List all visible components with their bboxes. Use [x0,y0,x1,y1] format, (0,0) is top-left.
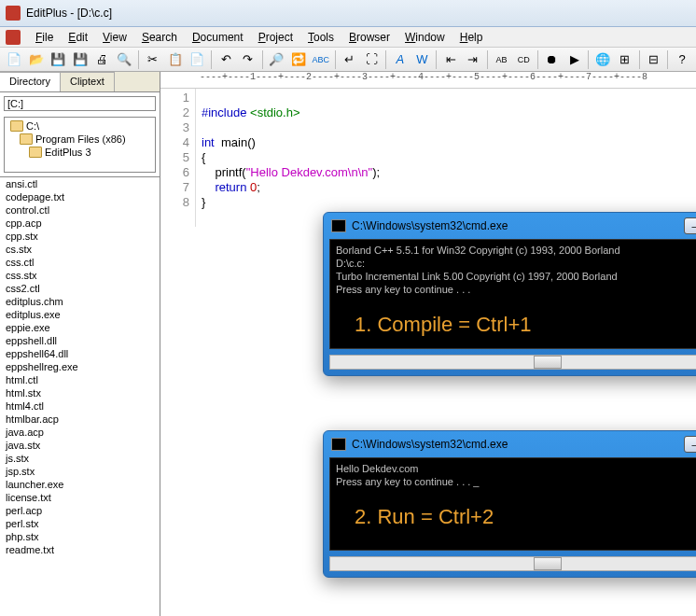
print-icon[interactable]: 🖨 [92,49,113,70]
file-item[interactable]: perl.stx [0,517,160,530]
spell-icon[interactable]: ABC [311,49,331,70]
cmd-window-run[interactable]: C:\Windows\system32\cmd.exe — ☐ ✕ Hello … [323,430,696,578]
minimize-button[interactable]: — [684,217,696,234]
file-item[interactable]: java.stx [0,439,160,452]
preview-icon[interactable]: 🔍 [114,49,134,70]
separator [639,50,640,69]
separator [537,50,538,69]
file-item[interactable]: control.ctl [0,203,160,217]
open-file-icon[interactable]: 📂 [26,49,47,70]
file-item[interactable]: cpp.acp [0,217,160,230]
replace-icon[interactable]: 🔁 [288,49,309,70]
file-item[interactable]: php.stx [0,530,160,543]
menu-help[interactable]: Help [452,29,491,46]
file-list[interactable]: ansi.ctlcodepage.txtcontrol.ctlcpp.acpcp… [0,176,160,616]
font-icon[interactable]: A [390,49,411,70]
menu-tools[interactable]: Tools [300,29,341,46]
menu-file[interactable]: File [28,29,61,46]
code-area[interactable]: 12345678 #include <stdio.h> int main() {… [160,89,696,227]
file-item[interactable]: html.ctl [0,373,160,386]
copy-icon[interactable]: 📋 [165,49,186,70]
find-icon[interactable]: 🔎 [267,49,287,70]
indent-left-icon[interactable]: ⇤ [440,49,461,70]
code-token: <stdio.h> [246,105,299,119]
separator [487,50,488,69]
cmd-output: Borland C++ 5.5.1 for Win32 Copyright (c… [329,239,696,349]
save-all-icon[interactable]: 💾 [70,49,90,70]
file-item[interactable]: eppshellreg.exe [0,360,160,373]
wrap-icon[interactable]: ↵ [340,49,360,70]
file-item[interactable]: css.ctl [0,256,160,269]
file-item[interactable]: launcher.exe [0,478,160,491]
column-icon[interactable]: CD [513,49,534,70]
folder-label: EditPlus 3 [45,147,91,158]
folder-node[interactable]: Program Files (x86) [7,133,153,146]
tab-directory[interactable]: Directory [0,72,61,91]
menu-edit[interactable]: Edit [61,29,95,46]
tile-icon[interactable]: ⊟ [644,49,664,70]
indent-right-icon[interactable]: ⇥ [463,49,483,70]
file-item[interactable]: eppshell.dll [0,334,160,347]
scrollbar-thumb[interactable] [534,356,562,369]
file-item[interactable]: cpp.stx [0,230,160,243]
cut-icon[interactable]: ✂ [143,49,163,70]
menu-browser[interactable]: Browser [341,29,397,46]
redo-icon[interactable]: ↷ [238,49,258,70]
file-item[interactable]: js.stx [0,452,160,465]
undo-icon[interactable]: ↶ [216,49,236,70]
folder-node[interactable]: C:\ [7,119,153,133]
file-item[interactable]: license.txt [0,491,160,504]
cmd-scrollbar[interactable] [329,355,696,370]
word-icon[interactable]: W [412,49,433,70]
cmd-line: D:\c.c: [336,257,696,270]
play-icon[interactable]: ▶ [564,49,585,70]
file-item[interactable]: java.acp [0,426,160,439]
cmd-icon [331,219,346,232]
file-item[interactable]: css.stx [0,269,160,282]
menu-search[interactable]: Search [134,29,185,46]
menu-project[interactable]: Project [251,29,300,46]
window-title: EditPlus - [D:\c.c] [26,7,112,20]
code-content[interactable]: #include <stdio.h> int main() { printf("… [196,89,385,227]
fullscreen-icon[interactable]: ⛶ [361,49,382,70]
cmd-titlebar[interactable]: C:\Windows\system32\cmd.exe — ☐ ✕ [324,213,696,239]
file-item[interactable]: htmlbar.acp [0,413,160,426]
file-item[interactable]: ansi.ctl [0,177,160,190]
file-item[interactable]: editplus.chm [0,295,160,308]
drive-selector[interactable]: [C:] [4,96,156,111]
file-item[interactable]: cs.stx [0,243,160,256]
cmd-titlebar[interactable]: C:\Windows\system32\cmd.exe — ☐ ✕ [324,431,696,457]
help-icon[interactable]: ? [672,49,692,70]
cmd-scrollbar[interactable] [329,556,696,571]
file-item[interactable]: html.stx [0,386,160,399]
file-item[interactable]: editplus.exe [0,308,160,321]
file-item[interactable]: eppshell64.dll [0,347,160,360]
minimize-button[interactable]: — [684,436,696,453]
record-icon[interactable]: ⏺ [542,49,563,70]
file-item[interactable]: codepage.txt [0,190,160,203]
scrollbar-thumb[interactable] [534,557,562,570]
file-item[interactable]: jsp.stx [0,465,160,478]
menu-window[interactable]: Window [397,29,452,46]
file-item[interactable]: eppie.exe [0,321,160,334]
file-item[interactable]: readme.txt [0,543,160,556]
menu-document[interactable]: Document [185,29,251,46]
sort-icon[interactable]: AB [492,49,512,70]
window-icon[interactable]: ⊞ [615,49,635,70]
menu-view[interactable]: View [95,29,134,46]
file-item[interactable]: css2.ctl [0,282,160,295]
folder-node[interactable]: EditPlus 3 [7,146,153,159]
file-item[interactable]: html4.ctl [0,399,160,413]
save-icon[interactable]: 💾 [48,49,68,70]
browser-icon[interactable]: 🌐 [592,49,613,70]
separator [436,50,437,69]
code-token: { [202,150,205,164]
toolbar: 📄 📂 💾 💾 🖨 🔍 ✂ 📋 📄 ↶ ↷ 🔎 🔁 ABC ↵ ⛶ A W ⇤ … [0,48,696,72]
tab-cliptext[interactable]: Cliptext [61,72,115,91]
cmd-window-compile[interactable]: C:\Windows\system32\cmd.exe — ☐ ✕ Borlan… [323,212,696,376]
paste-icon[interactable]: 📄 [187,49,207,70]
app-icon-small[interactable] [6,30,21,45]
file-item[interactable]: perl.acp [0,504,160,517]
folder-tree[interactable]: C:\ Program Files (x86) EditPlus 3 [4,117,156,173]
new-file-icon[interactable]: 📄 [4,49,24,70]
